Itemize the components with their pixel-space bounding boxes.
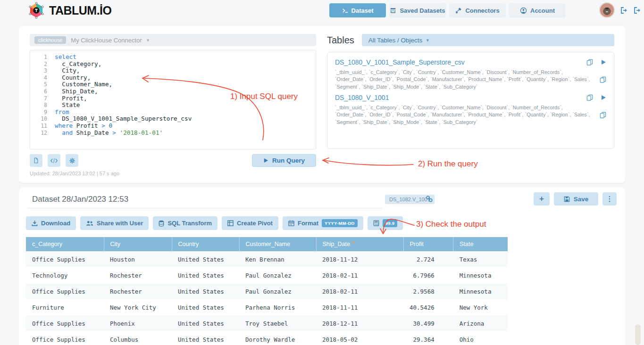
nav-account[interactable]: Account bbox=[509, 3, 566, 17]
play-icon[interactable] bbox=[601, 95, 606, 100]
share-with-user-button[interactable]: Share with User bbox=[80, 216, 149, 230]
line-number: 4 bbox=[33, 74, 47, 82]
calculator-icon bbox=[373, 220, 379, 226]
nav-dataset[interactable]: Dataset bbox=[329, 3, 386, 17]
table-cell: Troy Staebel bbox=[239, 315, 316, 331]
table-cell: 2018-02-11 bbox=[316, 283, 403, 299]
gear-icon bbox=[69, 157, 75, 164]
table-cell: 2018-05-02 bbox=[316, 331, 403, 345]
archive-icon bbox=[390, 7, 396, 14]
code-text: City, bbox=[55, 67, 80, 74]
table-cell: 29.364 bbox=[403, 331, 453, 345]
brand[interactable]: TABLUM.İO bbox=[27, 1, 112, 19]
nav-saved-datasets[interactable]: Saved Datasets bbox=[389, 3, 446, 17]
copy-icon[interactable] bbox=[586, 94, 593, 101]
table-cell: Office Supplies bbox=[26, 331, 104, 345]
create-pivot-button[interactable]: Create Pivot bbox=[222, 216, 278, 230]
toolbar-badge: 99.9 bbox=[383, 219, 398, 227]
pivot-icon bbox=[227, 220, 234, 226]
code-line: 2 c_Category, bbox=[33, 61, 316, 68]
copy-columns-icon[interactable] bbox=[600, 76, 606, 83]
connector-dropdown[interactable]: clickhouse My ClickHouse Connector ▾ bbox=[30, 34, 316, 46]
copy-columns-icon[interactable] bbox=[600, 112, 606, 118]
dataset-title-wrap: Dataset 28/Jan/2023 12:53 bbox=[27, 191, 382, 208]
editor-actions: Run Query bbox=[30, 154, 316, 167]
line-number: 2 bbox=[33, 61, 47, 68]
play-icon[interactable] bbox=[601, 59, 606, 65]
nav-label: Connectors bbox=[465, 7, 499, 14]
annotation-input-sql: 1) Input SQL query bbox=[230, 92, 298, 101]
run-query-label: Run Query bbox=[272, 157, 305, 164]
format-sql-button[interactable] bbox=[48, 154, 60, 167]
code-line: 4 Country, bbox=[33, 74, 316, 82]
table-cell: Columbus bbox=[104, 331, 172, 345]
logout-icon[interactable] bbox=[620, 7, 628, 14]
column-header-customer_name[interactable]: Customer_Name bbox=[239, 237, 316, 251]
table-cell: Office Supplies bbox=[26, 315, 104, 331]
new-query-button[interactable] bbox=[30, 154, 42, 167]
line-number: 12 bbox=[33, 130, 47, 137]
table-cell: New York bbox=[453, 299, 508, 315]
sql-pane: clickhouse My ClickHouse Connector ▾ 1se… bbox=[30, 34, 316, 175]
code-line: 12 and Ship_Date > '2018-01-01' bbox=[33, 130, 316, 137]
code-text: State bbox=[55, 102, 80, 109]
copy-icon[interactable] bbox=[586, 59, 593, 66]
tables-filter-dropdown[interactable]: All Tables / Objects ▾ bbox=[362, 34, 614, 46]
format-number-button[interactable]: 99.9 bbox=[368, 216, 403, 230]
scrollbar-thumb[interactable] bbox=[635, 324, 641, 345]
line-number: 6 bbox=[33, 88, 47, 95]
code-text: where Profit > 0 bbox=[55, 123, 112, 130]
add-dataset-button[interactable]: + bbox=[534, 192, 550, 205]
table-cell: Minnesota bbox=[453, 267, 508, 283]
line-number: 3 bbox=[33, 67, 47, 74]
code-line: 9from bbox=[33, 109, 316, 116]
calendar-icon bbox=[288, 220, 294, 226]
play-icon bbox=[263, 158, 268, 163]
table-name-link[interactable]: DS_1080_V_1001 bbox=[335, 94, 579, 101]
line-number: 5 bbox=[33, 81, 47, 88]
column-header-ship_date[interactable]: Ship_Date bbox=[316, 237, 403, 251]
code-line: 5 Customer_Name, bbox=[33, 81, 316, 88]
table-cell: United States bbox=[172, 267, 239, 283]
table-cell: 40.5426 bbox=[403, 299, 453, 315]
line-number: 11 bbox=[33, 123, 47, 130]
tables-title: Tables bbox=[327, 35, 354, 46]
save-icon bbox=[564, 196, 570, 202]
save-button[interactable]: Save bbox=[554, 192, 598, 205]
nav-connectors[interactable]: Connectors bbox=[449, 3, 506, 17]
run-query-button[interactable]: Run Query bbox=[252, 154, 316, 167]
dataset-toolbar: DownloadShare with UserSQL TransformCrea… bbox=[26, 216, 403, 230]
exit-session-icon[interactable] bbox=[634, 7, 641, 14]
toolbar-label: Share with User bbox=[97, 220, 143, 227]
line-number: 10 bbox=[33, 115, 47, 123]
column-header-profit[interactable]: Profit bbox=[403, 237, 453, 251]
tablum-logo-icon bbox=[27, 1, 45, 19]
table-cell: 2018-11-12 bbox=[316, 251, 403, 267]
result-table: c_CategoryCityCountryCustomer_NameShip_D… bbox=[26, 237, 508, 345]
table-cell: Texas bbox=[453, 251, 508, 267]
more-options-button[interactable]: ⋮ bbox=[602, 192, 617, 205]
line-number: 7 bbox=[33, 95, 47, 102]
query-settings-button[interactable] bbox=[66, 154, 78, 167]
connector-type-badge: clickhouse bbox=[34, 36, 66, 44]
code-text: Profit, bbox=[55, 95, 87, 102]
table-name-link[interactable]: DS_1080_V_1001_Sample_Superstore_csv bbox=[335, 58, 579, 66]
column-header-c_category[interactable]: c_Category bbox=[26, 237, 104, 251]
sql-transform-button[interactable]: SQL Transform bbox=[153, 216, 217, 230]
top-nav: TABLUM.İO DatasetSaved DatasetsConnector… bbox=[0, 0, 644, 21]
table-cell: 2018-12-11 bbox=[316, 315, 403, 331]
column-header-state[interactable]: State bbox=[453, 237, 508, 251]
link-icon[interactable] bbox=[426, 195, 433, 205]
avatar[interactable] bbox=[599, 2, 615, 18]
download-button[interactable]: Download bbox=[26, 216, 76, 230]
format-button[interactable]: FormatYYYY-MM-DD bbox=[283, 216, 363, 230]
column-header-city[interactable]: City bbox=[104, 237, 172, 251]
table-row: Office SuppliesPhoenixUnited StatesTroy … bbox=[26, 315, 508, 331]
table-row: Office SuppliesColumbusUnited StatesDoro… bbox=[26, 331, 508, 345]
table-columns-list: `_tblm_uuid_`, `c_Category`, `City`, `Co… bbox=[335, 104, 592, 126]
column-header-country[interactable]: Country bbox=[172, 237, 239, 251]
code-line: 11where Profit > 0 bbox=[33, 123, 316, 130]
table-entry: DS_1080_V_1001`_tblm_uuid_`, `c_Category… bbox=[335, 94, 606, 126]
query-section: clickhouse My ClickHouse Connector ▾ 1se… bbox=[19, 26, 625, 183]
table-row: Office SuppliesRochesterUnited StatesPau… bbox=[26, 283, 508, 299]
